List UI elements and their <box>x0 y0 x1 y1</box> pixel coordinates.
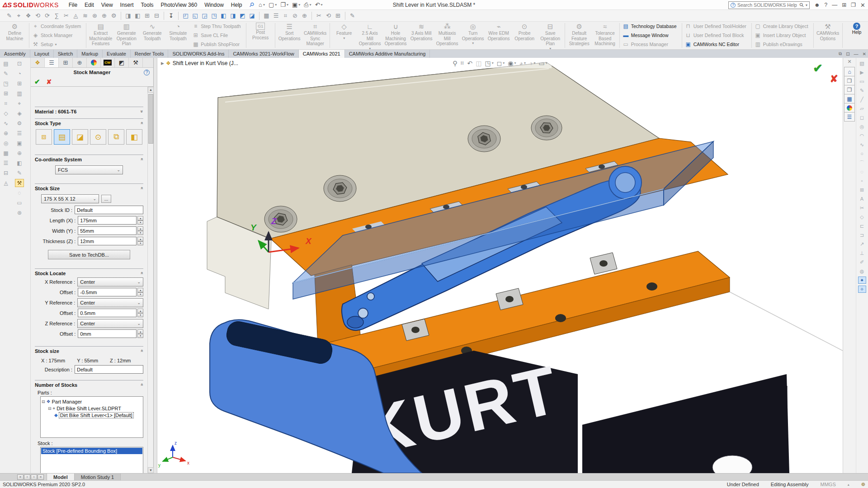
toolbar-icon[interactable] <box>164 12 164 20</box>
document-tab[interactable]: Motion Study 1 <box>75 474 121 480</box>
x-offset-stepper[interactable]: ▲▼ <box>137 288 143 296</box>
right-tool-icon[interactable]: ▶ <box>858 69 866 76</box>
command-tab[interactable]: SOLIDWORKS Add-Ins <box>168 50 229 58</box>
right-tool-icon[interactable]: ▧ <box>858 60 866 67</box>
quick-access-button[interactable]: ↶▾ <box>314 1 324 8</box>
left-toolbar-icon[interactable]: ✎ <box>1 70 10 78</box>
toolbar-icon[interactable]: ⟲ <box>324 11 333 20</box>
toolbar-icon[interactable]: ◱ <box>190 11 200 20</box>
quick-access-button[interactable]: ▣▾ <box>291 1 302 8</box>
coordinate-system-select[interactable]: FCS ⌄ <box>55 165 123 174</box>
toolbar-icon[interactable]: ⟲ <box>33 11 42 20</box>
mdi-window-button[interactable]: ⧉ <box>839 51 842 56</box>
toolbar-icon[interactable]: ◨ <box>123 11 133 20</box>
tree-item[interactable]: Dirt Bike Shift Lever<1> [Default] <box>59 413 133 418</box>
panel-help-icon[interactable]: ? <box>144 70 150 75</box>
tree-item[interactable]: Dirt Bike Shift Lever.SLDPRT <box>57 406 121 411</box>
minimize-button[interactable]: — <box>832 2 837 8</box>
toolbar-icon[interactable]: ≋ <box>80 11 90 20</box>
stock-type-option[interactable]: ◪ <box>72 129 88 145</box>
user-icon[interactable]: ☻ <box>814 2 820 8</box>
view-tool-button[interactable]: ◕▾ <box>519 60 526 67</box>
length-x-field[interactable] <box>78 216 137 225</box>
span-displays-button[interactable]: ⊞ <box>842 2 846 8</box>
ribbon-item[interactable]: ▬ Message Window ▾ <box>621 31 680 40</box>
collapse-icon[interactable]: » <box>140 158 145 161</box>
ribbon-item[interactable]: ▭ Process Manager ▾ <box>621 40 680 49</box>
left-toolbar-icon[interactable]: ▥ <box>15 89 24 98</box>
ribbon-item[interactable]: ▥ Publish eDrawings ▾ <box>753 40 812 49</box>
collapse-icon[interactable]: » <box>140 122 145 125</box>
ribbon-item[interactable]: ◈ Stock Manager ▾ <box>31 31 85 40</box>
panel-tab[interactable]: ⚒ <box>129 58 143 67</box>
ok-button[interactable]: ✔ <box>34 78 40 86</box>
view-tool-button[interactable]: ◫▾ <box>476 60 481 67</box>
toolbar-icon[interactable]: ◲ <box>200 11 209 20</box>
quick-access-button[interactable]: ⌂▾ <box>257 1 266 8</box>
right-tool-icon[interactable]: ⌒ <box>858 159 866 166</box>
units-caret-icon[interactable]: ▴ <box>848 483 849 487</box>
panel-tab[interactable]: ◕ <box>87 58 101 67</box>
left-toolbar-icon[interactable]: ⊟ <box>1 169 10 177</box>
ribbon-item[interactable]: ⌁ Wire EDM Operations ▾ <box>486 22 512 49</box>
panel-tab[interactable]: ⊞ <box>59 58 73 67</box>
ribbon-item[interactable]: ▣ Insert Library Object ▾ <box>753 31 812 40</box>
panel-tab[interactable]: CW <box>101 58 115 67</box>
graphics-viewport[interactable]: KURT <box>157 58 843 473</box>
ribbon-item[interactable]: ⚙ Define Machine ▾ <box>2 22 28 49</box>
ribbon-item[interactable]: ▤ Technology Database ▾ <box>621 22 680 31</box>
command-tab[interactable]: CAMWorks 2021 <box>299 50 345 58</box>
ribbon-item[interactable]: ▦ Publish ShopFloor ▾ <box>191 40 244 49</box>
left-toolbar-icon[interactable]: ⊞ <box>1 89 10 98</box>
tree-expander-icon[interactable]: ⊟ <box>48 406 52 411</box>
left-toolbar-icon[interactable]: ✎ <box>15 169 24 177</box>
left-toolbar-icon[interactable]: ⊞ <box>15 80 24 88</box>
left-toolbar-icon[interactable]: ◧ <box>15 159 24 167</box>
tab-scroll-button[interactable]: » <box>38 474 44 480</box>
toolbar-icon[interactable]: ⊞ <box>142 11 152 20</box>
task-pane-tab[interactable]: ⌂ <box>844 67 855 76</box>
toolbar-icon[interactable] <box>345 12 345 20</box>
toolbar-icon[interactable]: ◨ <box>228 11 238 20</box>
stock-type-section-header[interactable]: Stock Type » <box>35 118 143 126</box>
toolbar-icon[interactable]: ☰ <box>271 11 281 20</box>
ribbon-item[interactable]: ▾ <box>275 23 275 48</box>
ribbon-item[interactable]: ∿ Generate Toolpath ▾ <box>139 22 165 49</box>
left-toolbar-icon[interactable]: ▣ <box>15 139 24 147</box>
search-icon[interactable]: ⚲ <box>798 1 805 9</box>
thickness-z-stepper[interactable]: ▲▼ <box>137 237 143 245</box>
right-tool-icon[interactable]: ◻ <box>858 114 866 121</box>
view-tool-button[interactable]: ⌗▾ <box>461 59 464 67</box>
toolbar-icon[interactable]: ◳ <box>209 11 219 20</box>
toolbar-icon[interactable]: ◩ <box>238 11 247 20</box>
length-x-stepper[interactable]: ▲▼ <box>137 216 143 225</box>
panel-tab[interactable]: ◩ <box>115 58 129 67</box>
ribbon-item[interactable]: ▢ Create Library Object ▾ <box>753 22 812 31</box>
panel-tab[interactable]: ☰ <box>45 58 59 67</box>
stock-size-more-button[interactable]: ... <box>101 195 111 203</box>
view-tool-button[interactable]: ◻▾ <box>497 60 505 67</box>
menu-item[interactable]: File <box>65 0 81 9</box>
ribbon-item[interactable]: ▾ <box>813 23 814 48</box>
ribbon-item[interactable]: ▾ <box>246 23 246 48</box>
tab-scroll-button[interactable]: › <box>31 474 37 480</box>
view-tool-button[interactable]: ◳▾ <box>485 60 493 67</box>
ribbon-item[interactable]: G1 Post Process ▾ <box>248 22 274 49</box>
toolbar-icon[interactable]: ⟳ <box>42 11 52 20</box>
vise-model[interactable]: KURT <box>157 58 843 473</box>
collapse-icon[interactable]: » <box>140 350 145 352</box>
ribbon-item[interactable]: ⚒ CAMWorks Options ▾ <box>815 22 841 49</box>
command-tab[interactable]: CAMWorks 2021-WorkFlow <box>229 50 298 58</box>
stock-size-section-header[interactable]: Stock Size » <box>35 183 143 191</box>
ribbon-item[interactable]: ≡ Step Thru Toolpath ▾ <box>191 22 244 31</box>
toolbar-icon[interactable]: ⊞ <box>333 11 343 20</box>
panel-tab[interactable]: ⊕ <box>73 58 87 67</box>
right-tool-icon[interactable]: ◠ <box>858 132 866 139</box>
ribbon-item[interactable]: ☰ Sort Operations ▾ <box>277 22 302 49</box>
left-toolbar-icon[interactable]: ▭ <box>15 199 24 207</box>
quick-access-button[interactable]: ▢▾ <box>267 1 278 8</box>
ribbon-item[interactable]: ▾ <box>565 23 565 48</box>
right-tool-icon[interactable]: ✦ <box>858 277 866 284</box>
command-tab[interactable]: Layout <box>30 50 54 58</box>
toolbar-icon[interactable]: ↧ <box>166 11 176 20</box>
